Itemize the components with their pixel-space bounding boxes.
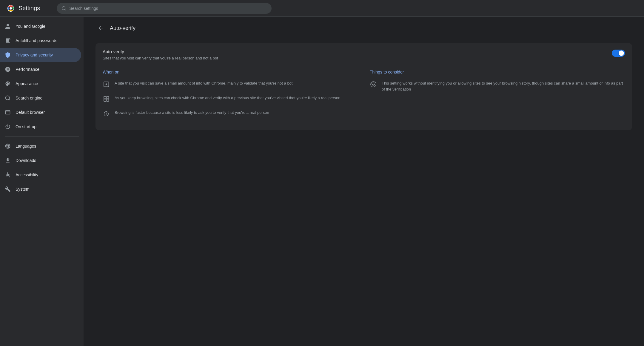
svg-rect-9	[107, 96, 109, 98]
sidebar-item-performance[interactable]: Performance	[0, 62, 81, 76]
sidebar-item-downloads-label: Downloads	[16, 158, 36, 163]
sidebar-divider	[5, 136, 79, 137]
sidebar-item-system[interactable]: System	[0, 182, 81, 196]
svg-rect-10	[104, 99, 106, 101]
sidebar-item-system-label: System	[16, 187, 30, 192]
setting-description: Sites that you visit can verify that you…	[103, 55, 606, 61]
shield-icon	[5, 52, 11, 58]
chrome-logo-icon	[6, 4, 16, 13]
when-on-item-0: A site that you visit can save a small a…	[103, 80, 358, 88]
grid-icon	[103, 95, 110, 102]
sidebar: You and Google Autofill and passwords Pr…	[0, 17, 84, 346]
download-icon	[5, 157, 11, 163]
sidebar-item-languages[interactable]: Languages	[0, 139, 81, 153]
sidebar-item-languages-label: Languages	[16, 144, 36, 148]
sidebar-item-you-and-google-label: You and Google	[16, 24, 45, 29]
svg-rect-11	[107, 99, 109, 101]
svg-point-4	[6, 96, 10, 100]
timer-icon	[103, 110, 110, 117]
header: Settings	[0, 0, 644, 17]
things-to-consider-column: Things to consider This setting wor	[370, 70, 625, 124]
main-content: Auto-verify Auto-verify Sites that you v…	[84, 17, 644, 346]
wrench-icon	[5, 186, 11, 192]
search-input[interactable]	[69, 6, 267, 11]
back-button[interactable]	[95, 23, 106, 33]
auto-verify-card: Auto-verify Sites that you visit can ver…	[95, 43, 632, 130]
search-icon	[61, 6, 66, 11]
search-bar[interactable]	[57, 3, 272, 14]
browser-icon	[5, 109, 11, 115]
svg-line-3	[65, 9, 66, 10]
header-title: Settings	[19, 5, 40, 12]
incognito-icon	[370, 81, 377, 88]
when-on-text-2: Browsing is faster because a site is les…	[115, 110, 269, 116]
search-engine-icon	[5, 95, 11, 101]
things-item-0: This setting works without identifying y…	[370, 80, 625, 93]
speed-icon	[5, 66, 11, 72]
back-nav: Auto-verify	[95, 23, 632, 33]
sidebar-item-appearance-label: Appearance	[16, 81, 38, 86]
header-logo: Settings	[6, 4, 40, 13]
svg-rect-8	[104, 96, 106, 98]
when-on-item-1: As you keep browsing, sites can check wi…	[103, 95, 358, 102]
page-title: Auto-verify	[110, 25, 135, 31]
setting-name: Auto-verify	[103, 49, 606, 54]
sidebar-item-autofill[interactable]: Autofill and passwords	[0, 33, 81, 48]
svg-point-1	[10, 7, 12, 10]
sidebar-item-you-and-google[interactable]: You and Google	[0, 19, 81, 33]
when-on-text-1: As you keep browsing, sites can check wi…	[115, 95, 340, 101]
info-columns: When on A site that you visit can save a…	[103, 70, 625, 124]
auto-verify-toggle[interactable]	[612, 50, 625, 57]
svg-point-2	[62, 7, 65, 10]
setting-info: Auto-verify Sites that you visit can ver…	[103, 49, 606, 61]
sidebar-item-default-browser[interactable]: Default browser	[0, 105, 81, 120]
things-to-consider-title: Things to consider	[370, 70, 625, 74]
download-box-icon	[103, 81, 110, 88]
svg-line-5	[9, 99, 10, 100]
power-icon	[5, 124, 11, 130]
when-on-text-0: A site that you visit can save a small a…	[115, 80, 292, 87]
sidebar-item-appearance[interactable]: Appearance	[0, 76, 81, 91]
things-text-0: This setting works without identifying y…	[382, 80, 625, 93]
accessibility-icon	[5, 172, 11, 178]
when-on-title: When on	[103, 70, 358, 74]
sidebar-item-autofill-label: Autofill and passwords	[16, 38, 57, 43]
sidebar-item-accessibility-label: Accessibility	[16, 172, 38, 177]
globe-icon	[5, 143, 11, 149]
person-icon	[5, 23, 11, 29]
setting-row: Auto-verify Sites that you visit can ver…	[103, 49, 625, 61]
layout: You and Google Autofill and passwords Pr…	[0, 17, 644, 346]
sidebar-item-privacy-label: Privacy and security	[16, 53, 53, 57]
when-on-column: When on A site that you visit can save a…	[103, 70, 358, 124]
sidebar-item-accessibility[interactable]: Accessibility	[0, 168, 81, 182]
palette-icon	[5, 81, 11, 87]
badge-icon	[5, 38, 11, 44]
sidebar-item-startup-label: On start-up	[16, 124, 36, 129]
sidebar-item-downloads[interactable]: Downloads	[0, 153, 81, 168]
sidebar-item-privacy[interactable]: Privacy and security	[0, 48, 81, 62]
sidebar-item-on-startup[interactable]: On start-up	[0, 120, 81, 134]
sidebar-item-search-engine[interactable]: Search engine	[0, 91, 81, 105]
sidebar-item-search-label: Search engine	[16, 96, 42, 100]
toggle-slider	[612, 50, 625, 57]
sidebar-item-performance-label: Performance	[16, 67, 39, 72]
sidebar-item-default-browser-label: Default browser	[16, 110, 45, 115]
when-on-item-2: Browsing is faster because a site is les…	[103, 110, 358, 117]
